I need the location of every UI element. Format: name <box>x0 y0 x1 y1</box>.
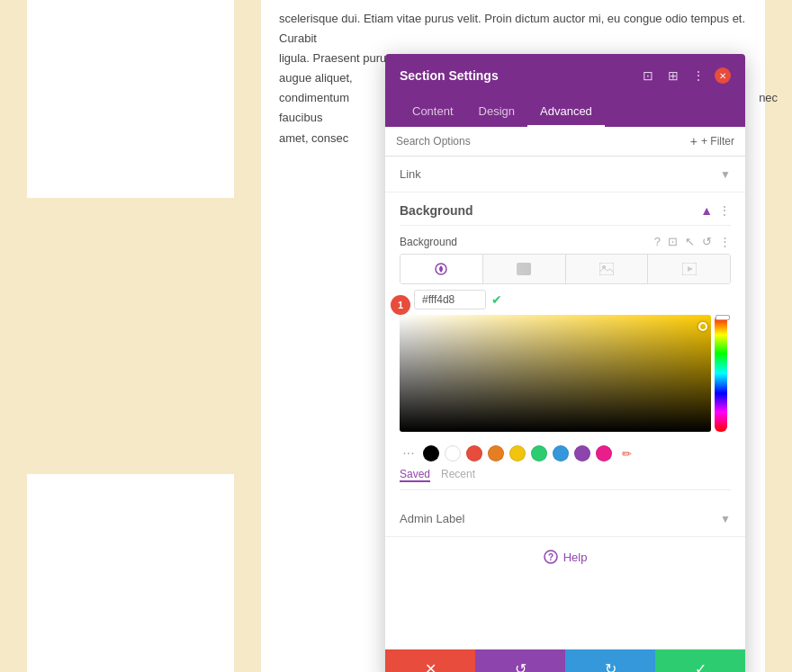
hex-confirm-icon[interactable]: ✔ <box>491 292 502 307</box>
type-tabs <box>400 254 731 284</box>
bg-sub-icons: ? ⊡ ↖ ↺ ⋮ <box>654 235 731 248</box>
search-input[interactable] <box>396 135 690 148</box>
filter-plus-icon: + <box>690 134 698 148</box>
hue-handle-2[interactable] <box>716 315 730 320</box>
admin-label-text: Admin Label <box>400 512 464 525</box>
hue-strip[interactable] <box>715 315 727 432</box>
svg-marker-5 <box>688 266 693 272</box>
swatch-red[interactable] <box>466 445 482 461</box>
background-section-header: Background ▲ ⋮ <box>400 193 731 226</box>
svg-rect-2 <box>599 263 614 275</box>
close-button[interactable]: ✕ <box>715 67 731 84</box>
color-picker: 1 ✔ <box>400 290 731 490</box>
swatch-yellow[interactable] <box>509 445 526 461</box>
spacer <box>385 577 745 649</box>
link-section-row[interactable]: Link ▼ <box>385 157 745 193</box>
modal-header: Section Settings ⊡ ⊞ ⋮ ✕ <box>385 54 745 97</box>
swatches-row: ··· ✏ <box>400 439 731 466</box>
swatch-more-icon[interactable]: ··· <box>400 445 418 461</box>
step-badge: 1 <box>391 295 410 315</box>
swatch-orange[interactable] <box>488 445 504 461</box>
background-section: Background ▲ ⋮ Background ? ⊡ ↖ ↺ ⋮ <box>385 193 745 501</box>
left-panel-inner <box>27 0 234 198</box>
gradient-icon <box>517 263 531 275</box>
swatch-pencil-icon[interactable]: ✏ <box>617 444 635 462</box>
background-title: Background <box>400 203 473 218</box>
hex-row: ✔ <box>400 290 731 309</box>
type-tab-image[interactable] <box>566 255 649 283</box>
sat-gradient-black <box>400 315 711 432</box>
search-bar: + + Filter <box>385 127 745 157</box>
modal-body: Link ▼ Background ▲ ⋮ Background ? ⊡ ↖ ↺ <box>385 157 745 649</box>
saturation-box[interactable] <box>400 315 711 432</box>
type-tab-video[interactable] <box>648 255 730 283</box>
bottom-left <box>0 384 261 672</box>
bg-cursor-icon[interactable]: ↖ <box>685 235 695 248</box>
more-icon[interactable]: ⋮ <box>689 67 707 85</box>
bottom-right <box>765 384 792 672</box>
swatch-pink[interactable] <box>596 445 612 461</box>
sat-handle[interactable] <box>698 322 707 331</box>
filter-button[interactable]: + + Filter <box>690 134 734 148</box>
background-collapse-icon[interactable]: ▲ <box>700 203 713 218</box>
hex-input[interactable] <box>414 290 486 309</box>
filter-label: + Filter <box>701 135 734 148</box>
save-button[interactable]: ✓ <box>655 650 745 672</box>
swatch-purple[interactable] <box>574 445 590 461</box>
tab-advanced[interactable]: Advanced <box>527 97 605 127</box>
bg-section-controls: ▲ ⋮ <box>700 203 731 218</box>
tab-content[interactable]: Content <box>400 97 466 127</box>
tab-design[interactable]: Design <box>466 97 527 127</box>
bottom-mid-left <box>27 474 234 672</box>
type-tab-color[interactable] <box>400 255 483 283</box>
link-label: Link <box>400 167 421 181</box>
swatch-blue[interactable] <box>553 445 569 461</box>
undo-button[interactable]: ↺ <box>475 650 565 672</box>
bg-save-icon[interactable]: ⊡ <box>668 235 678 248</box>
help-label: Help <box>563 551 588 564</box>
bg-more-icon[interactable]: ⋮ <box>719 235 731 248</box>
help-row[interactable]: ? Help <box>385 537 745 577</box>
modal-tabs: Content Design Advanced <box>385 97 745 127</box>
swatch-black[interactable] <box>423 445 439 461</box>
bg-help-icon[interactable]: ? <box>654 235 661 248</box>
cancel-button[interactable]: ✕ <box>385 650 475 672</box>
admin-label-row[interactable]: Admin Label ▼ <box>385 501 745 537</box>
modal-header-icons: ⊡ ⊞ ⋮ ✕ <box>639 67 731 85</box>
layout-icon[interactable]: ⊞ <box>664 67 682 85</box>
recent-tab[interactable]: Recent <box>441 468 475 482</box>
help-icon: ? <box>544 550 558 564</box>
swatch-green[interactable] <box>531 445 547 461</box>
modal-title: Section Settings <box>400 68 499 83</box>
video-icon <box>682 263 697 275</box>
link-arrow-icon: ▼ <box>720 168 731 181</box>
svg-text:?: ? <box>548 552 554 562</box>
redo-button[interactable]: ↻ <box>565 650 655 672</box>
bg-sub-row: Background ? ⊡ ↖ ↺ ⋮ <box>400 226 731 254</box>
svg-rect-1 <box>517 263 531 275</box>
modal-footer: ✕ ↺ ↻ ✓ <box>385 649 745 672</box>
background-more-icon[interactable]: ⋮ <box>718 203 731 218</box>
type-tab-gradient[interactable] <box>483 255 566 283</box>
image-icon <box>599 263 614 275</box>
swatch-white[interactable] <box>445 445 461 461</box>
saved-recent-tabs: Saved Recent <box>400 466 731 490</box>
section-settings-modal: Section Settings ⊡ ⊞ ⋮ ✕ Content Design … <box>385 54 745 672</box>
color-area[interactable] <box>400 315 731 432</box>
bg-reset-icon[interactable]: ↺ <box>702 235 712 248</box>
color-icon <box>434 262 448 276</box>
saved-tab[interactable]: Saved <box>400 468 430 482</box>
admin-label-arrow: ▼ <box>720 513 731 525</box>
bg-sub-label: Background <box>400 236 457 248</box>
expand-icon[interactable]: ⊡ <box>639 67 657 85</box>
hue-strip-container <box>715 315 731 432</box>
